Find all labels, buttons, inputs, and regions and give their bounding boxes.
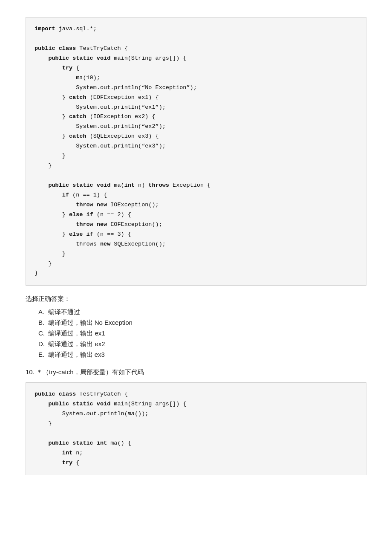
option-C-letter: C.	[38, 330, 45, 337]
option-C-text: 编译通过，输出 ex1	[48, 330, 105, 337]
option-D: D. 编译通过，输出 ex2	[38, 340, 366, 348]
option-E: E. 编译通过，输出 ex3	[38, 351, 366, 359]
option-A-text: 编译不通过	[48, 308, 80, 315]
option-D-letter: D.	[38, 340, 45, 347]
question2-title: 10. ＊（try-catch，局部变量）有如下代码	[26, 368, 366, 376]
code-block-1: import java.sql.*; public class TestTryC…	[26, 17, 366, 286]
options-list-1: A. 编译不通过 B. 编译通过，输出 No Exception C. 编译通过…	[38, 308, 366, 359]
option-E-letter: E.	[38, 351, 44, 358]
option-A-letter: A.	[38, 308, 44, 315]
option-C: C. 编译通过，输出 ex1	[38, 330, 366, 338]
option-E-text: 编译通过，输出 ex3	[48, 351, 105, 358]
option-B: B. 编译通过，输出 No Exception	[38, 319, 366, 327]
question1-label: 选择正确答案：	[26, 295, 366, 303]
option-A: A. 编译不通过	[38, 308, 366, 316]
option-D-text: 编译通过，输出 ex2	[48, 340, 105, 347]
code-block-2: public class TestTryCatch { public stati…	[26, 382, 366, 475]
question2-number: 10.	[26, 368, 35, 376]
option-B-text: 编译通过，输出 No Exception	[48, 319, 133, 326]
question2-label: ＊（try-catch，局部变量）有如下代码	[36, 368, 144, 376]
option-B-letter: B.	[38, 319, 44, 326]
